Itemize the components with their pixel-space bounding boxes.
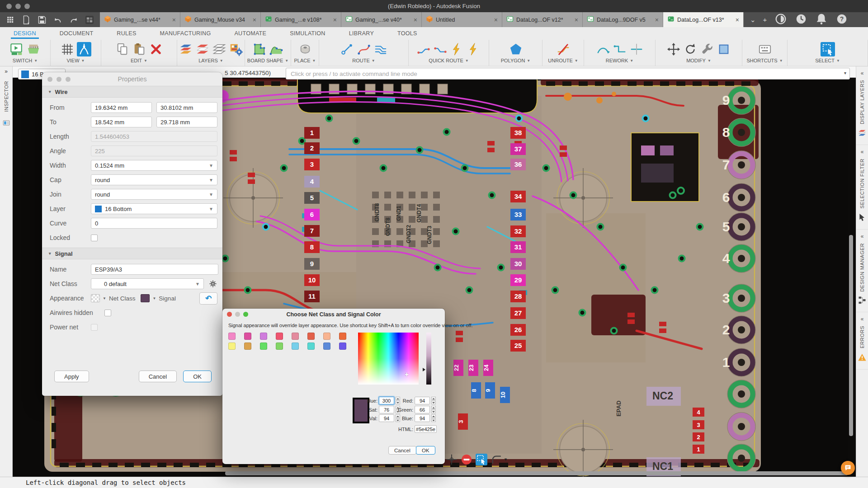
shortcut-icon[interactable] (758, 42, 772, 56)
dialog-ok-button[interactable]: OK (416, 446, 435, 455)
color-swatch[interactable] (244, 333, 251, 340)
document-tab[interactable]: DataLog...OF v12*× (502, 12, 583, 27)
lightning-icon[interactable] (467, 42, 481, 56)
rework-alt-icon[interactable] (613, 42, 627, 56)
menu-manufacturing[interactable]: MANUFACTURING (148, 27, 223, 40)
polygon-icon[interactable] (509, 42, 523, 56)
html-input[interactable] (415, 425, 437, 433)
val-input[interactable] (379, 414, 394, 422)
delete-icon[interactable] (149, 42, 163, 56)
bell-icon[interactable] (815, 12, 828, 28)
app-grid-icon[interactable] (5, 15, 15, 25)
color-swatch[interactable] (292, 333, 299, 340)
close-icon[interactable]: × (414, 17, 417, 23)
layer-settings-icon[interactable] (229, 42, 243, 56)
data-panel-icon[interactable] (85, 15, 94, 25)
rework-icon[interactable] (596, 42, 610, 56)
panel-window-controls[interactable] (47, 77, 71, 82)
chevron-down-icon[interactable]: ▼ (152, 296, 156, 300)
group-label-modify[interactable]: MODIFY▼ (686, 58, 711, 63)
comment-chat-icon[interactable] (841, 461, 855, 475)
from-y-field[interactable] (156, 102, 217, 113)
copy-icon[interactable] (115, 42, 130, 56)
color-swatch[interactable] (228, 343, 236, 350)
value-slider-marker-icon[interactable] (423, 368, 425, 371)
blue-stepper[interactable] (431, 414, 436, 422)
command-history-icon[interactable]: ▾ (844, 70, 846, 75)
color-swatch[interactable] (276, 333, 283, 340)
route-curve-icon[interactable] (357, 42, 371, 56)
new-tab-icon[interactable]: + (763, 16, 767, 23)
schematic-icon[interactable] (9, 42, 24, 56)
document-tab[interactable]: Untitled× (422, 12, 502, 27)
width-select[interactable]: 0.1524 mm▼ (91, 160, 217, 171)
ok-button[interactable]: OK (183, 371, 212, 382)
close-dialog-icon[interactable] (227, 312, 232, 317)
align-icon[interactable] (717, 42, 731, 56)
net-class-select[interactable]: 0 default▼ (91, 278, 204, 289)
layers-red-icon[interactable] (195, 42, 210, 56)
signal-name-field[interactable] (91, 264, 218, 275)
cap-select[interactable]: round▼ (91, 174, 217, 185)
color-swatch[interactable] (276, 343, 283, 350)
document-tab[interactable]: Gaming_...se v40*× (341, 12, 422, 27)
move-icon[interactable] (666, 42, 681, 56)
close-icon[interactable]: × (655, 17, 659, 23)
board-icon[interactable] (26, 42, 41, 56)
quick-route-icon[interactable] (416, 42, 431, 56)
group-label-place[interactable]: PLACE▼ (294, 58, 316, 63)
collapse-panel-icon[interactable]: « (861, 70, 864, 76)
close-icon[interactable]: × (575, 17, 578, 23)
sat-input[interactable] (379, 406, 394, 413)
zoom-window-icon[interactable] (24, 4, 30, 9)
collapse-section-icon[interactable]: ▾ (49, 251, 51, 256)
group-label-quick-route[interactable]: QUICK ROUTE▼ (429, 58, 468, 63)
route-icon[interactable] (340, 42, 354, 56)
dialog-window-controls[interactable] (227, 312, 248, 317)
lightning-icon[interactable] (450, 42, 464, 56)
cancel-button[interactable]: Cancel (139, 371, 177, 382)
rework-cross-icon[interactable] (629, 42, 644, 56)
close-icon[interactable]: × (253, 17, 256, 23)
signal-section-header[interactable]: ▾ Signal (42, 248, 222, 259)
menu-simulation[interactable]: SIMULATION (278, 27, 337, 40)
group-label-route[interactable]: ROUTE▼ (352, 58, 375, 63)
properties-panel-header[interactable]: Properties (42, 72, 222, 86)
color-swatch[interactable] (260, 343, 267, 350)
group-label-board-shape[interactable]: BOARD SHAPE▼ (247, 58, 288, 63)
dock-selection-filter[interactable]: «SELECTION FILTER (856, 145, 868, 229)
red-stepper[interactable] (431, 397, 436, 404)
from-x-field[interactable] (91, 102, 152, 113)
net-class-color-swatch[interactable] (91, 294, 100, 302)
inspector-tab-label[interactable]: INSPECTOR (4, 81, 9, 112)
collapse-panel-icon[interactable]: « (861, 316, 864, 322)
via-icon[interactable] (298, 42, 312, 56)
delete-signal-icon[interactable] (461, 454, 472, 465)
value-slider[interactable] (426, 333, 431, 385)
collapse-section-icon[interactable]: ▾ (49, 89, 51, 94)
close-icon[interactable]: × (172, 17, 176, 23)
menu-tools[interactable]: TOOLS (386, 27, 429, 40)
hue-sat-gradient[interactable]: + (358, 333, 419, 385)
extensions-icon[interactable] (774, 12, 788, 28)
group-label-layers[interactable]: LAYERS▼ (198, 58, 223, 63)
expand-inspector-icon[interactable]: » (5, 68, 8, 75)
apply-button[interactable]: Apply (54, 371, 89, 382)
red-input[interactable] (415, 397, 430, 404)
collapse-panel-icon[interactable]: « (861, 149, 864, 155)
green-stepper[interactable] (431, 406, 436, 413)
document-tab[interactable]: DataLog...OF v13*× (663, 12, 744, 27)
wire-section-header[interactable]: ▾ Wire (42, 86, 222, 98)
reset-appearance-button[interactable]: ↶ (199, 292, 217, 305)
green-input[interactable] (415, 406, 430, 413)
wrench-icon[interactable] (700, 42, 714, 56)
document-tab[interactable]: Gaming_...e v108*× (261, 12, 341, 27)
command-line-input[interactable] (286, 68, 850, 80)
save-icon[interactable] (37, 15, 47, 25)
rotate-icon[interactable] (683, 42, 698, 56)
group-label-switch[interactable]: SWITCH▼ (13, 58, 38, 63)
blue-input[interactable] (415, 414, 430, 422)
ratsnest-icon[interactable] (77, 42, 91, 56)
document-tab[interactable]: Gaming_...se v44*× (100, 12, 180, 27)
close-icon[interactable]: × (333, 17, 337, 23)
